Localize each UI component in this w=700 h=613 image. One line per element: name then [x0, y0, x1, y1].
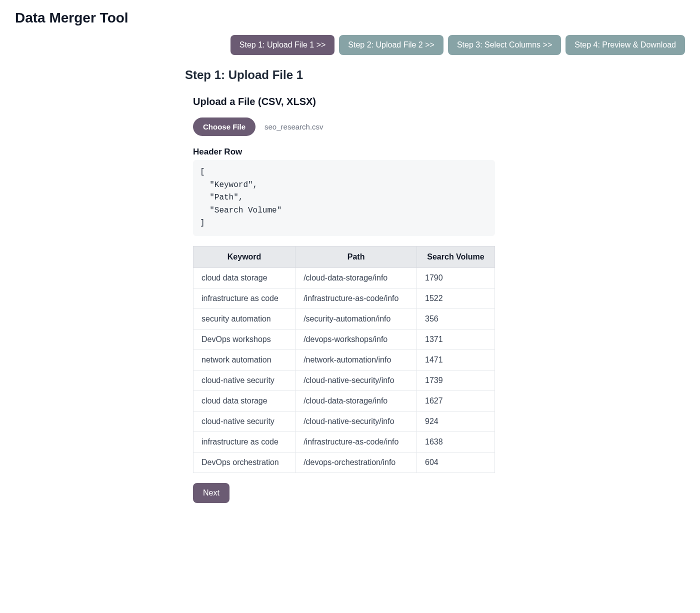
- selected-filename: seo_research.csv: [264, 122, 324, 131]
- table-row: security automation/security-automation/…: [194, 308, 495, 329]
- table-cell: /cloud-data-storage/info: [296, 390, 417, 411]
- table-cell: DevOps orchestration: [194, 452, 296, 472]
- upload-section-title: Upload a File (CSV, XLSX): [185, 96, 495, 108]
- steps-nav: Step 1: Upload File 1 >> Step 2: Upload …: [15, 35, 685, 55]
- table-cell: DevOps workshops: [194, 329, 296, 350]
- table-cell: cloud-native security: [194, 411, 296, 432]
- step-heading: Step 1: Upload File 1: [185, 68, 495, 82]
- col-search-volume: Search Volume: [417, 246, 495, 268]
- table-cell: 924: [417, 411, 495, 432]
- table-row: network automation/network-automation/in…: [194, 350, 495, 370]
- table-row: DevOps workshops/devops-workshops/info13…: [194, 329, 495, 350]
- table-cell: 1371: [417, 329, 495, 350]
- step-2-button[interactable]: Step 2: Upload File 2 >>: [339, 35, 444, 55]
- choose-file-button[interactable]: Choose File: [193, 118, 256, 136]
- table-header-row: Keyword Path Search Volume: [194, 246, 495, 268]
- table-cell: /cloud-data-storage/info: [296, 268, 417, 288]
- header-row-json: [ "Keyword", "Path", "Search Volume" ]: [193, 160, 495, 236]
- step-3-button[interactable]: Step 3: Select Columns >>: [448, 35, 561, 55]
- table-cell: /devops-orchestration/info: [296, 452, 417, 472]
- table-cell: 1790: [417, 268, 495, 288]
- table-cell: cloud data storage: [194, 390, 296, 411]
- table-cell: 356: [417, 308, 495, 329]
- table-row: cloud-native security/cloud-native-secur…: [194, 411, 495, 432]
- col-path: Path: [296, 246, 417, 268]
- table-cell: /security-automation/info: [296, 308, 417, 329]
- table-cell: 1471: [417, 350, 495, 370]
- table-row: infrastructure as code/infrastructure-as…: [194, 432, 495, 452]
- main-content: Step 1: Upload File 1 Upload a File (CSV…: [185, 68, 495, 503]
- table-cell: /infrastructure-as-code/info: [296, 432, 417, 452]
- table-row: cloud data storage/cloud-data-storage/in…: [194, 268, 495, 288]
- table-cell: infrastructure as code: [194, 432, 296, 452]
- table-cell: 1638: [417, 432, 495, 452]
- table-cell: cloud data storage: [194, 268, 296, 288]
- col-keyword: Keyword: [194, 246, 296, 268]
- table-row: DevOps orchestration/devops-orchestratio…: [194, 452, 495, 472]
- table-cell: 1627: [417, 390, 495, 411]
- page-title: Data Merger Tool: [15, 10, 685, 26]
- table-cell: /infrastructure-as-code/info: [296, 288, 417, 308]
- table-cell: 1522: [417, 288, 495, 308]
- header-row-label: Header Row: [185, 147, 495, 157]
- table-row: cloud data storage/cloud-data-storage/in…: [194, 390, 495, 411]
- next-button[interactable]: Next: [193, 483, 230, 503]
- table-row: infrastructure as code/infrastructure-as…: [194, 288, 495, 308]
- table-cell: security automation: [194, 308, 296, 329]
- table-cell: /cloud-native-security/info: [296, 370, 417, 390]
- table-cell: infrastructure as code: [194, 288, 296, 308]
- preview-table: Keyword Path Search Volume cloud data st…: [193, 246, 495, 473]
- file-upload-row: Choose File seo_research.csv: [185, 118, 495, 136]
- table-cell: /devops-workshops/info: [296, 329, 417, 350]
- step-4-button[interactable]: Step 4: Preview & Download: [566, 35, 685, 55]
- table-cell: cloud-native security: [194, 370, 296, 390]
- table-cell: /cloud-native-security/info: [296, 411, 417, 432]
- table-cell: 1739: [417, 370, 495, 390]
- table-cell: network automation: [194, 350, 296, 370]
- table-cell: 604: [417, 452, 495, 472]
- step-1-button[interactable]: Step 1: Upload File 1 >>: [230, 35, 335, 55]
- table-row: cloud-native security/cloud-native-secur…: [194, 370, 495, 390]
- table-cell: /network-automation/info: [296, 350, 417, 370]
